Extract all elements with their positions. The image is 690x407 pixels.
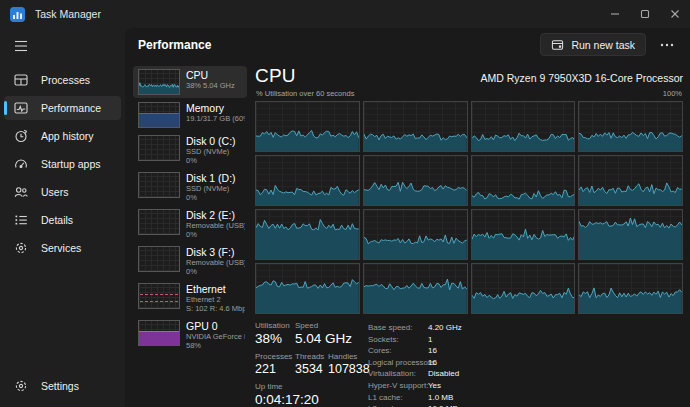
startup-apps-icon (13, 156, 29, 172)
sidebar-item-performance[interactable]: Performance (4, 96, 121, 120)
sidebar-item-startup-apps[interactable]: Startup apps (4, 152, 121, 176)
perf-item-disk2[interactable]: Disk 2 (E:) Removable (USB) 0% (133, 206, 247, 242)
processor-name: AMD Ryzen 9 7950X3D 16-Core Processor (480, 72, 683, 84)
minimize-button[interactable] (600, 0, 630, 28)
sidebar-item-label: Services (41, 242, 81, 254)
core-graph-1 (363, 101, 468, 152)
performance-icon (13, 100, 29, 116)
perf-item-sub2: 0% (186, 230, 245, 239)
core-graph-3 (578, 101, 683, 152)
perf-item-title: Ethernet (186, 283, 245, 295)
close-button[interactable] (660, 0, 690, 28)
core-graph-9 (363, 209, 468, 260)
main-header: Performance Run new task (125, 28, 690, 61)
uptime-label: Up time (255, 382, 319, 392)
core-graph-2 (471, 101, 576, 152)
perf-item-ethernet[interactable]: Ethernet Ethernet 2 S: 102 R: 4.6 Mbps (133, 280, 247, 316)
more-options-button[interactable] (654, 34, 680, 56)
sidebar-item-label: Processes (41, 74, 90, 86)
utilisation-value: 38% (255, 331, 295, 347)
sidebar-item-label: Settings (41, 380, 79, 392)
spec-label: Sockets: (368, 334, 428, 346)
spec-label: Hyper-V support: (368, 380, 428, 392)
task-manager-app-icon (10, 7, 25, 22)
sidebar-item-processes[interactable]: Processes (4, 68, 121, 92)
perf-item-sub: Ethernet 2 (186, 295, 245, 304)
per-core-graph-grid (255, 101, 683, 314)
handles-value: 107838 (328, 362, 370, 377)
spec-value: 16 (428, 357, 437, 369)
graph-caption: % Utilisation over 60 seconds (256, 89, 354, 98)
minimize-icon (610, 9, 620, 19)
spec-label: L1 cache: (368, 392, 428, 404)
core-graph-4 (255, 155, 360, 206)
perf-item-sub: 38% 5.04 GHz (186, 81, 235, 90)
gpu-thumbnail-graph (138, 320, 180, 346)
core-graph-8 (255, 209, 360, 260)
spec-label: Logical processors: (368, 357, 428, 369)
close-icon (670, 9, 680, 19)
maximize-icon (640, 9, 650, 19)
utilisation-label: Utilisation (255, 321, 295, 331)
sidebar-item-app-history[interactable]: App history (4, 124, 121, 148)
uptime-value: 0:04:17:20 (255, 392, 319, 407)
core-graph-0 (255, 101, 360, 152)
sidebar-item-label: Startup apps (41, 158, 101, 170)
core-graph-6 (471, 155, 576, 206)
sidebar-item-label: Users (41, 186, 68, 198)
core-graph-12 (255, 263, 360, 314)
cpu-detail-panel: CPU AMD Ryzen 9 7950X3D 16-Core Processo… (247, 64, 685, 407)
threads-value: 3534 (295, 362, 328, 377)
spec-value: 16 (428, 345, 437, 357)
speed-value: 5.04 GHz (295, 331, 352, 347)
ellipsis-icon (660, 43, 674, 47)
window-title: Task Manager (35, 8, 101, 20)
maximize-button[interactable] (630, 0, 660, 28)
cpu-stats: Utilisation 38% Speed 5.04 GHz Processes (255, 321, 683, 407)
perf-item-sub: NVIDIA GeForce RTX 408 (186, 332, 245, 341)
perf-item-disk0[interactable]: Disk 0 (C:) SSD (NVMe) 0% (133, 132, 247, 168)
spec-value: Yes (428, 380, 441, 392)
handles-label: Handles (328, 352, 370, 362)
run-new-task-button[interactable]: Run new task (540, 33, 646, 56)
navigation-menu-button[interactable] (8, 34, 34, 58)
run-new-task-icon (551, 38, 564, 51)
threads-label: Threads (295, 352, 328, 362)
performance-metric-list: CPU 38% 5.04 GHz Memory 19.1/31.7 GB (60… (133, 64, 247, 407)
perf-item-sub2: 0% (186, 193, 236, 202)
sidebar-item-settings[interactable]: Settings (4, 374, 121, 398)
sidebar-item-users[interactable]: Users (4, 180, 121, 204)
core-graph-14 (471, 263, 576, 314)
perf-item-memory[interactable]: Memory 19.1/31.7 GB (60%) (133, 99, 247, 131)
perf-item-title: CPU (186, 69, 235, 81)
speed-label: Speed (295, 321, 352, 331)
memory-thumbnail-graph (138, 102, 180, 128)
spec-label: Cores: (368, 345, 428, 357)
core-graph-7 (578, 155, 683, 206)
perf-item-title: Disk 2 (E:) (186, 209, 245, 221)
details-icon (13, 212, 29, 228)
disk2-thumbnail-graph (138, 209, 180, 235)
processes-icon (13, 72, 29, 88)
spec-value: 1.0 MB (428, 392, 453, 404)
perf-item-disk3[interactable]: Disk 3 (F:) Removable (USB) 0% (133, 243, 247, 279)
perf-item-sub2: 0% (186, 156, 236, 165)
spec-value: 16.0 MB (428, 403, 458, 407)
sidebar-item-services[interactable]: Services (4, 236, 121, 260)
perf-item-sub2: 58% (186, 341, 245, 350)
perf-item-cpu[interactable]: CPU 38% 5.04 GHz (133, 66, 247, 98)
perf-item-sub2: 0% (186, 267, 245, 276)
perf-item-disk1[interactable]: Disk 1 (D:) SSD (NVMe) 0% (133, 169, 247, 205)
perf-item-gpu[interactable]: GPU 0 NVIDIA GeForce RTX 408 58% (133, 317, 247, 353)
disk1-thumbnail-graph (138, 172, 180, 198)
sidebar-item-details[interactable]: Details (4, 208, 121, 232)
cpu-detail-title: CPU (255, 65, 296, 87)
spec-value: Disabled (428, 368, 459, 380)
titlebar: Task Manager (0, 0, 690, 28)
services-icon (13, 240, 29, 256)
core-graph-5 (363, 155, 468, 206)
core-graph-11 (578, 209, 683, 260)
sidebar-item-label: Details (41, 214, 73, 226)
ethernet-thumbnail-graph (138, 283, 180, 309)
perf-item-title: GPU 0 (186, 320, 245, 332)
